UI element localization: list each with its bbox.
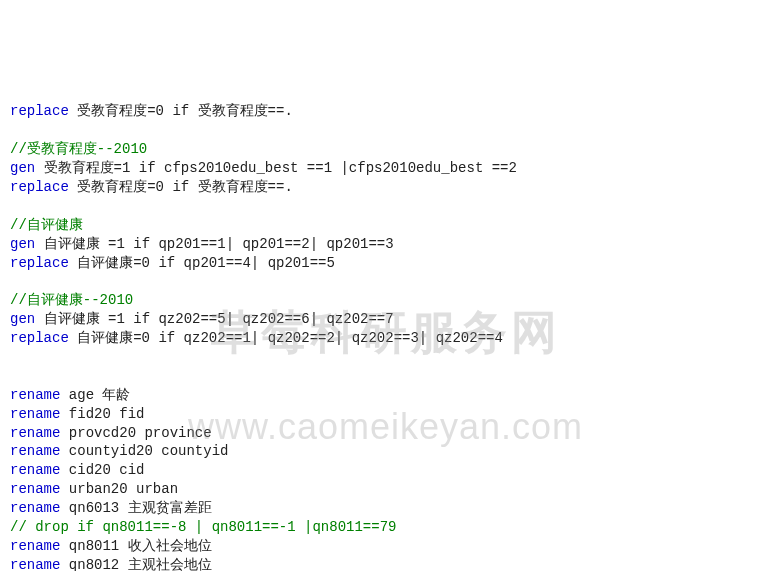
keyword-replace: replace (10, 103, 69, 119)
keyword-rename: rename (10, 462, 60, 478)
comment: //自评健康 (10, 217, 83, 233)
keyword-rename: rename (10, 500, 60, 516)
code-text: urban20 urban (60, 481, 178, 497)
code-text: fid20 fid (60, 406, 144, 422)
code-text: 受教育程度=0 if 受教育程度==. (69, 179, 293, 195)
keyword-gen: gen (10, 311, 35, 327)
code-text: 自评健康 =1 if qp201==1| qp201==2| qp201==3 (35, 236, 393, 252)
keyword-replace: replace (10, 255, 69, 271)
code-text: provcd20 province (60, 425, 211, 441)
comment: // drop if qn8011==-8 | qn8011==-1 |qn80… (10, 519, 396, 535)
code-text: 受教育程度=1 if cfps2010edu_best ==1 |cfps201… (35, 160, 517, 176)
keyword-rename: rename (10, 425, 60, 441)
code-text: age 年龄 (60, 387, 130, 403)
keyword-rename: rename (10, 538, 60, 554)
keyword-rename: rename (10, 481, 60, 497)
code-text: qn8011 收入社会地位 (60, 538, 211, 554)
keyword-replace: replace (10, 330, 69, 346)
keyword-rename: rename (10, 406, 60, 422)
code-text: 自评健康 =1 if qz202==5| qz202==6| qz202==7 (35, 311, 393, 327)
code-text: cid20 cid (60, 462, 144, 478)
code-text: countyid20 countyid (60, 443, 228, 459)
code-text: 自评健康=0 if qp201==4| qp201==5 (69, 255, 335, 271)
code-text: 自评健康=0 if qz202==1| qz202==2| qz202==3| … (69, 330, 503, 346)
keyword-rename: rename (10, 557, 60, 571)
keyword-gen: gen (10, 236, 35, 252)
keyword-rename: rename (10, 443, 60, 459)
keyword-gen: gen (10, 160, 35, 176)
code-block: replace 受教育程度=0 if 受教育程度==. //受教育程度--201… (10, 102, 761, 571)
keyword-rename: rename (10, 387, 60, 403)
keyword-replace: replace (10, 179, 69, 195)
comment: //受教育程度--2010 (10, 141, 147, 157)
code-text: qn8012 主观社会地位 (60, 557, 211, 571)
code-text: qn6013 主观贫富差距 (60, 500, 211, 516)
code-text: 受教育程度=0 if 受教育程度==. (69, 103, 293, 119)
comment: //自评健康--2010 (10, 292, 133, 308)
